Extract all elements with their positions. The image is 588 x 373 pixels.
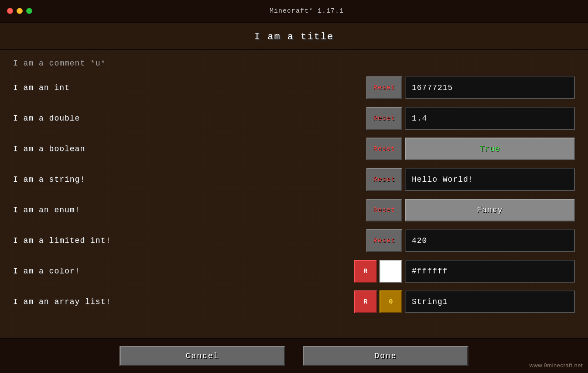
boolean-row: I am a boolean Reset True: [13, 137, 575, 161]
double-input[interactable]: [405, 107, 575, 130]
limited-int-controls: Reset: [366, 229, 575, 252]
traffic-lights: [7, 8, 32, 14]
main-content: I am a comment *u* I am an int Reset I a…: [0, 50, 588, 338]
int-input[interactable]: [405, 76, 575, 99]
color-swatch[interactable]: [379, 260, 402, 283]
page-title: I am a title: [254, 31, 334, 42]
enum-selector[interactable]: Fancy: [405, 199, 575, 221]
double-row: I am a double Reset: [13, 106, 575, 131]
app-window: Minecraft* 1.17.1 I am a title I am a co…: [0, 0, 588, 373]
array-list-row: I am an array list! R 0: [13, 290, 575, 314]
enum-reset-button[interactable]: Reset: [366, 199, 402, 221]
string-label: I am a string!: [13, 175, 366, 184]
color-input[interactable]: [405, 260, 575, 283]
boolean-reset-button[interactable]: Reset: [366, 138, 402, 160]
int-reset-button[interactable]: Reset: [366, 76, 402, 99]
color-label: I am a color!: [13, 267, 354, 276]
string-reset-button[interactable]: Reset: [366, 168, 402, 191]
comment-text: I am a comment *u*: [13, 59, 106, 68]
boolean-toggle[interactable]: True: [405, 138, 575, 160]
enum-row: I am an enum! Reset Fancy: [13, 198, 575, 222]
maximize-button[interactable]: [26, 8, 32, 14]
string-row: I am a string! Reset: [13, 167, 575, 192]
cancel-button[interactable]: Cancel: [120, 346, 285, 366]
boolean-label: I am a boolean: [13, 145, 366, 153]
boolean-controls: Reset True: [366, 138, 575, 160]
limited-int-reset-button[interactable]: Reset: [366, 229, 402, 252]
limited-int-label: I am a limited int!: [13, 236, 366, 245]
array-list-label: I am an array list!: [13, 297, 354, 306]
limited-int-input[interactable]: [405, 229, 575, 252]
int-row: I am an int Reset: [13, 76, 575, 100]
color-row: I am a color! R: [13, 259, 575, 283]
string-controls: Reset: [366, 168, 575, 191]
done-button[interactable]: Done: [303, 346, 468, 366]
int-controls: Reset: [366, 76, 575, 99]
minimize-button[interactable]: [17, 8, 23, 14]
comment-row: I am a comment *u*: [13, 59, 575, 68]
string-input[interactable]: [405, 168, 575, 191]
array-reset-button[interactable]: R: [354, 290, 377, 313]
page-title-area: I am a title: [0, 23, 588, 50]
window-title: Minecraft* 1.17.1: [32, 7, 581, 15]
close-button[interactable]: [7, 8, 13, 14]
double-reset-button[interactable]: Reset: [366, 107, 402, 130]
enum-label: I am an enum!: [13, 206, 366, 214]
array-list-controls: R 0: [354, 290, 575, 313]
array-input[interactable]: [405, 290, 575, 313]
int-label: I am an int: [13, 83, 366, 92]
color-controls: R: [354, 260, 575, 283]
double-controls: Reset: [366, 107, 575, 130]
color-reset-button[interactable]: R: [354, 260, 377, 283]
double-label: I am a double: [13, 114, 366, 123]
enum-controls: Reset Fancy: [366, 199, 575, 221]
array-index-button[interactable]: 0: [379, 290, 402, 313]
title-bar: Minecraft* 1.17.1: [0, 0, 588, 23]
footer: Cancel Done: [0, 338, 588, 373]
limited-int-row: I am a limited int! Reset: [13, 228, 575, 253]
